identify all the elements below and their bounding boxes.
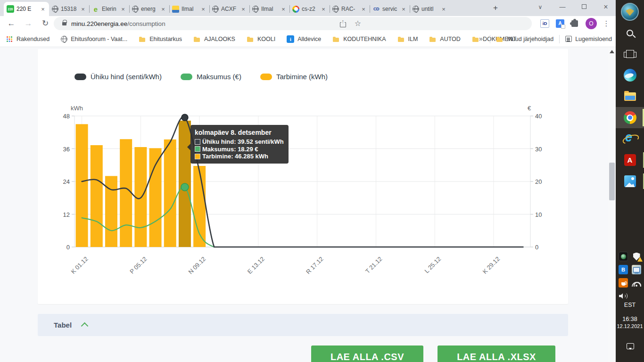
svg-text:0: 0 [535, 244, 538, 251]
id-extension-icon[interactable]: iD [540, 19, 549, 28]
table-section-header[interactable]: Tabel [38, 314, 568, 336]
download-button[interactable]: LAE ALLA .CSV [311, 346, 423, 362]
other-bookmarks-button[interactable]: Muud järjehoidjad [496, 35, 553, 43]
bookmark-item[interactable]: Rakendused [6, 35, 50, 43]
remote-desktop-icon[interactable] [632, 265, 641, 274]
window-maximize-button[interactable] [578, 0, 591, 15]
taskbar-clock[interactable]: 16:38 12.12.2021 [616, 316, 644, 329]
tab-search-chevron-icon[interactable]: ∨ [534, 0, 547, 15]
bookmark-icon [429, 35, 437, 43]
action-center-icon[interactable] [627, 343, 634, 349]
language-indicator[interactable]: EST [616, 302, 644, 308]
webcam-icon[interactable] [619, 252, 628, 261]
tab-close-icon[interactable]: × [440, 6, 447, 13]
taskbar-search-icon[interactable] [616, 22, 644, 43]
bookmark-item[interactable]: i Alldevice [287, 35, 321, 43]
tab-title: 15318 [61, 6, 77, 12]
download-button-label: LAE ALLA .CSV [330, 352, 404, 362]
tab-close-icon[interactable]: × [120, 6, 126, 13]
browser-tab[interactable]: cs-z2 × [289, 2, 330, 16]
svg-text:N 09.12: N 09.12 [187, 255, 207, 276]
lock-icon[interactable] [62, 22, 66, 25]
bluetooth-icon[interactable]: B [619, 265, 628, 274]
legend-swatch [181, 74, 192, 80]
reading-list-icon [565, 36, 572, 42]
forward-button[interactable]: → [22, 17, 35, 30]
bookmark-item[interactable]: Ehitustarkus [139, 35, 182, 43]
file-explorer-icon[interactable] [616, 86, 644, 107]
tab-favicon: e [92, 5, 99, 13]
tab-close-icon[interactable]: × [360, 6, 367, 13]
extensions-puzzle-icon[interactable] [571, 20, 578, 27]
tab-title: 220 E [17, 6, 37, 12]
task-view-icon[interactable] [616, 43, 644, 65]
browser-tab[interactable]: 220 220 E × [4, 2, 49, 16]
start-button[interactable] [616, 1, 644, 22]
bookmark-item[interactable]: AUTOD [429, 35, 461, 43]
chrome-icon[interactable] [616, 107, 644, 128]
browser-tab[interactable]: Ilmal × [169, 2, 209, 16]
browser-menu-icon[interactable]: ⋮ [602, 18, 611, 29]
page-scrollbar[interactable] [608, 47, 616, 362]
bookmark-item[interactable]: AJALOOKS [193, 35, 235, 43]
reload-button[interactable]: ↻ [39, 17, 52, 30]
tab-title: energ [141, 6, 157, 12]
tab-close-icon[interactable]: × [400, 6, 407, 13]
folder-icon [496, 35, 504, 43]
tab-favicon [52, 6, 58, 12]
chevron-up-icon[interactable] [81, 322, 89, 330]
profile-avatar[interactable]: O [586, 18, 597, 29]
window-minimize-button[interactable]: — [556, 0, 569, 15]
java-icon[interactable] [619, 278, 628, 288]
tab-close-icon[interactable]: × [40, 6, 46, 13]
bookmarks-overflow-chevron[interactable]: » [479, 31, 483, 47]
photos-icon[interactable] [616, 171, 644, 192]
bookmark-item[interactable]: ILM [397, 35, 418, 43]
tab-close-icon[interactable]: × [280, 6, 287, 13]
reading-list-button[interactable]: Lugemisloend [565, 36, 612, 42]
consumption-chart[interactable]: 012243648010203040K 01.12P 05.12N 09.12E… [38, 105, 568, 288]
bookmark-item[interactable]: Ehitusfoorum - Vaat... [61, 36, 127, 42]
translate-icon[interactable]: A [556, 19, 564, 28]
bookmark-star-icon[interactable]: ☆ [354, 19, 362, 28]
defender-icon[interactable] [632, 252, 641, 261]
wifi-icon[interactable] [632, 280, 641, 287]
browser-tab[interactable]: ACXF × [209, 2, 249, 16]
svg-text:K 01.12: K 01.12 [69, 255, 89, 275]
download-button[interactable]: LAE ALLA .XLSX [438, 346, 555, 362]
scrollbar-thumb[interactable] [609, 163, 615, 200]
legend-item[interactable]: Ühiku hind (senti/kWh) [74, 73, 162, 81]
legend-item[interactable]: Tarbimine (kWh) [260, 73, 328, 81]
browser-tab[interactable]: Ilmal × [249, 2, 289, 16]
back-button[interactable]: ← [5, 17, 18, 30]
address-bar[interactable]: minu.220energia.ee /consumption ☆ [54, 17, 532, 30]
tab-close-icon[interactable]: × [200, 6, 206, 13]
share-icon[interactable] [339, 19, 347, 28]
browser-tab[interactable]: RAC- × [330, 2, 370, 16]
volume-icon[interactable] [619, 291, 628, 301]
browser-tab[interactable]: e Elerin × [89, 2, 129, 16]
window-close-button[interactable]: × [599, 0, 612, 15]
tab-close-icon[interactable]: × [240, 6, 247, 13]
browser-tab[interactable]: untitl × [410, 2, 450, 16]
browser-tab[interactable]: CD servic × [370, 2, 410, 16]
browser-window: 220 220 E × 15318 × e Elerin × [0, 0, 616, 362]
bookmark-label: Rakendused [17, 36, 50, 42]
new-tab-button[interactable]: + [489, 2, 502, 15]
tab-close-icon[interactable]: × [320, 6, 327, 13]
chart-area[interactable]: 012243648010203040K 01.12P 05.12N 09.12E… [38, 105, 568, 288]
bookmark-item[interactable]: KODUTEHNIKA [332, 35, 386, 43]
internet-explorer-icon[interactable] [616, 128, 644, 149]
tab-favicon [172, 6, 179, 13]
legend-item[interactable]: Maksumus (€) [181, 73, 241, 81]
tab-close-icon[interactable]: × [160, 6, 166, 13]
browser-tab[interactable]: 15318 × [49, 2, 89, 16]
svg-text:24: 24 [63, 178, 70, 185]
acrobat-icon[interactable]: A [616, 149, 644, 171]
scrollbar-up-arrow[interactable] [610, 50, 614, 53]
tab-close-icon[interactable]: × [80, 6, 86, 13]
bookmark-item[interactable]: KOOLI [247, 35, 275, 43]
browser-tab[interactable]: energ × [129, 2, 169, 16]
edge-icon[interactable] [616, 65, 644, 86]
bookmark-icon [247, 35, 254, 43]
